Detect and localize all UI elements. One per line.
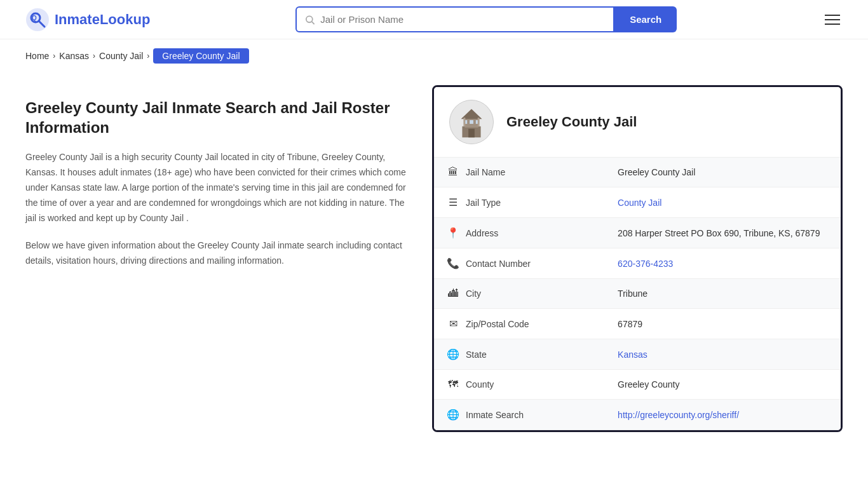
svg-text:Q: Q <box>32 15 37 22</box>
jail-info-panel: Greeley County Jail 🏛Jail NameGreeley Co… <box>432 85 843 432</box>
breadcrumb-home[interactable]: Home <box>25 51 49 61</box>
hamburger-line-2 <box>825 19 840 20</box>
panel-header: Greeley County Jail <box>434 87 841 158</box>
search-icon <box>304 14 315 25</box>
page-title: Greeley County Jail Inmate Search and Ja… <box>25 98 407 137</box>
row-icon: 🌐 <box>447 348 459 360</box>
info-link[interactable]: 620-376-4233 <box>618 259 673 269</box>
row-icon: 🗺 <box>447 379 459 390</box>
row-label: State <box>466 349 487 360</box>
svg-rect-13 <box>470 120 473 124</box>
row-icon: 🌐 <box>447 409 459 421</box>
table-value-cell[interactable]: County Jail <box>605 187 841 218</box>
table-label-cell: 🗺County <box>434 370 605 400</box>
page-description-1: Greeley County Jail is a high security C… <box>25 150 407 226</box>
table-label-cell: 🌐State <box>434 339 605 370</box>
row-icon: 📍 <box>447 227 459 239</box>
table-label-cell: 📞Contact Number <box>434 248 605 279</box>
table-value-cell: Greeley County Jail <box>605 158 841 187</box>
table-value-cell: Tribune <box>605 279 841 309</box>
table-label-cell: 🌐Inmate Search <box>434 400 605 430</box>
table-label-cell: 🏙City <box>434 279 605 309</box>
hamburger-line-3 <box>825 24 840 25</box>
table-row: ✉Zip/Postal Code67879 <box>434 309 841 339</box>
table-row: 🏛Jail NameGreeley County Jail <box>434 158 841 187</box>
logo[interactable]: Q InmateLookup <box>25 8 150 32</box>
row-icon: ☰ <box>447 196 459 208</box>
header: Q InmateLookup Search <box>0 0 868 39</box>
table-row: 📍Address208 Harper Street PO Box 690, Tr… <box>434 218 841 248</box>
row-icon: 📞 <box>447 257 459 269</box>
breadcrumb-chevron-3: › <box>147 51 149 60</box>
row-icon: ✉ <box>447 318 459 330</box>
row-label: City <box>466 288 481 299</box>
hamburger-line-1 <box>825 15 840 16</box>
row-label: Jail Type <box>466 198 501 208</box>
row-label: Contact Number <box>466 259 531 269</box>
table-row: 🌐Inmate Searchhttp://greeleycounty.org/s… <box>434 400 841 430</box>
row-label: Inmate Search <box>466 410 524 420</box>
left-column: Greeley County Jail Inmate Search and Ja… <box>25 85 432 432</box>
logo-icon: Q <box>25 8 50 32</box>
breadcrumb-kansas[interactable]: Kansas <box>59 51 89 61</box>
breadcrumb-chevron-2: › <box>93 51 95 60</box>
table-value-cell[interactable]: Kansas <box>605 339 841 370</box>
row-label: Zip/Postal Code <box>466 319 529 329</box>
table-row: 🏙CityTribune <box>434 279 841 309</box>
svg-point-4 <box>306 16 313 22</box>
table-value-cell[interactable]: http://greeleycounty.org/sheriff/ <box>605 400 841 430</box>
table-label-cell: 📍Address <box>434 218 605 248</box>
row-icon: 🏛 <box>447 166 459 178</box>
info-link[interactable]: http://greeleycounty.org/sheriff/ <box>618 410 739 420</box>
jail-avatar <box>449 100 494 144</box>
row-label: Address <box>466 228 498 238</box>
table-label-cell: 🏛Jail Name <box>434 158 605 187</box>
breadcrumb-current: Greeley County Jail <box>153 48 248 64</box>
search-area: Search <box>295 6 677 32</box>
table-value-cell: Greeley County <box>605 370 841 400</box>
info-link[interactable]: Kansas <box>618 349 648 360</box>
svg-line-5 <box>312 22 315 24</box>
jail-building-icon <box>450 100 493 144</box>
search-input[interactable] <box>320 8 606 31</box>
info-link[interactable]: County Jail <box>618 198 661 208</box>
svg-rect-14 <box>463 118 465 126</box>
row-icon: 🏙 <box>447 288 459 299</box>
search-wrapper <box>295 6 614 32</box>
table-row: 🗺CountyGreeley County <box>434 370 841 400</box>
table-label-cell: ✉Zip/Postal Code <box>434 309 605 339</box>
table-value-cell: 67879 <box>605 309 841 339</box>
row-label: Jail Name <box>466 167 505 177</box>
table-row: 🌐StateKansas <box>434 339 841 370</box>
table-label-cell: ☰Jail Type <box>434 187 605 218</box>
table-row: ☰Jail TypeCounty Jail <box>434 187 841 218</box>
table-value-cell[interactable]: 620-376-4233 <box>605 248 841 279</box>
svg-point-0 <box>26 8 49 31</box>
info-table: 🏛Jail NameGreeley County Jail☰Jail TypeC… <box>434 158 841 430</box>
breadcrumb-county-jail[interactable]: County Jail <box>99 51 143 61</box>
table-row: 📞Contact Number620-376-4233 <box>434 248 841 279</box>
svg-rect-10 <box>468 129 475 138</box>
logo-text: InmateLookup <box>55 11 150 28</box>
main-content: Greeley County Jail Inmate Search and Ja… <box>0 72 868 458</box>
hamburger-menu-button[interactable] <box>822 12 843 27</box>
breadcrumb-chevron-1: › <box>53 51 55 60</box>
breadcrumb: Home › Kansas › County Jail › Greeley Co… <box>0 39 868 72</box>
page-description-2: Below we have given information about th… <box>25 238 407 269</box>
svg-rect-15 <box>478 118 480 126</box>
panel-jail-title: Greeley County Jail <box>506 114 637 130</box>
search-button[interactable]: Search <box>614 6 677 32</box>
table-value-cell: 208 Harper Street PO Box 690, Tribune, K… <box>605 218 841 248</box>
row-label: County <box>466 379 494 390</box>
